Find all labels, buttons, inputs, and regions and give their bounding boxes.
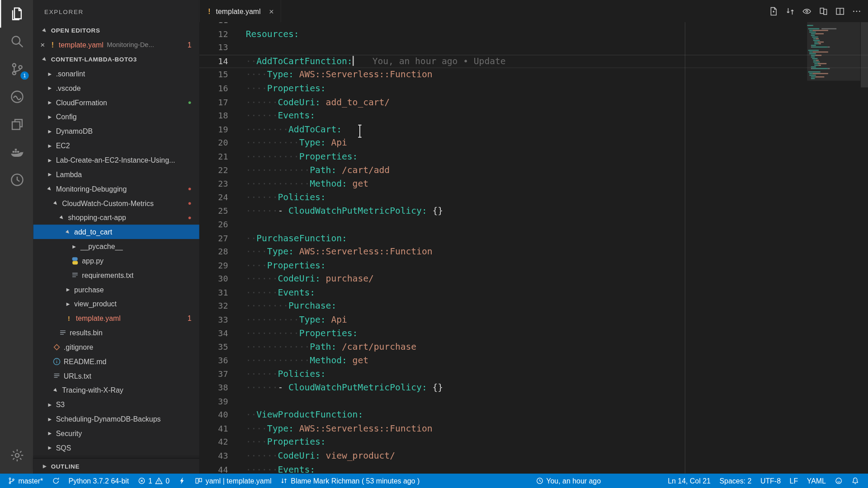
code-line-18[interactable]: 18······Events:: [199, 109, 868, 122]
code-line-32[interactable]: 32········Purchase:: [199, 300, 868, 313]
activity-search-button[interactable]: [0, 28, 33, 55]
more-actions-button[interactable]: [850, 5, 863, 17]
code-line-27[interactable]: 27··PurchaseFunction:: [199, 231, 868, 245]
activity-settings-button[interactable]: [0, 441, 33, 469]
activity-extension-button[interactable]: [0, 111, 33, 138]
status-problems[interactable]: 10: [133, 474, 174, 488]
status-sync[interactable]: [47, 474, 64, 488]
synchronize-changes-button[interactable]: [784, 5, 796, 17]
vertical-scrollbar[interactable]: [861, 22, 868, 87]
code-line-15[interactable]: 15····Type: AWS::Serverless::Function: [199, 68, 868, 82]
code-line-29[interactable]: 29····Properties:: [199, 259, 868, 272]
tree-item-sonarlint[interactable]: ▶.sonarlint: [33, 66, 199, 81]
split-editor-button[interactable]: [834, 5, 846, 17]
status-gitlens-blame[interactable]: Blame Mark Richman ( 53 minutes ago ): [276, 474, 424, 488]
code-line-33[interactable]: 33··········Type: Api: [199, 313, 868, 327]
outline-section-header[interactable]: ▶ OUTLINE: [33, 458, 199, 474]
editor[interactable]: 1112Resources:1314··AddToCartFunction:Yo…: [199, 22, 868, 474]
code-line-40[interactable]: 40··ViewProductFunction:: [199, 408, 868, 422]
code-line-21[interactable]: 21··········Properties:: [199, 150, 868, 164]
tree-item-add-to-cart[interactable]: ▶add_to_cart: [33, 225, 199, 239]
activity-history-button[interactable]: [0, 166, 33, 193]
tree-item-results-bin[interactable]: results.bin: [33, 325, 199, 340]
status-encoding[interactable]: UTF-8: [756, 474, 785, 488]
tree-item-monitoring-debugging[interactable]: ▶Monitoring-Debugging●: [33, 182, 199, 196]
code-line-31[interactable]: 31······Events:: [199, 286, 868, 300]
code-line-12[interactable]: 12Resources:: [199, 28, 868, 41]
code-line-30[interactable]: 30······CodeUri: purchase/: [199, 272, 868, 286]
open-changes-button[interactable]: [767, 5, 779, 17]
activity-docker-button[interactable]: [0, 138, 33, 166]
code-line-39[interactable]: 39: [199, 395, 868, 408]
tree-item-gitignore[interactable]: .gitignore: [33, 340, 199, 354]
status-python-version[interactable]: Python 3.7.2 64-bit: [64, 474, 133, 488]
activity-explorer-button[interactable]: [0, 0, 33, 28]
activity-sonarlint-button[interactable]: [0, 83, 33, 111]
tree-item-thirdparty[interactable]: ▶ThirdParty: [33, 455, 199, 458]
status-lightning[interactable]: [174, 474, 191, 488]
tree-item-lambda[interactable]: ▶Lambda: [33, 167, 199, 182]
tree-item-shopping-cart-app[interactable]: ▶shopping-cart-app●: [33, 210, 199, 225]
code-line-13[interactable]: 13: [199, 41, 868, 55]
tree-item-view-product[interactable]: ▶view_product: [33, 296, 199, 311]
code-line-23[interactable]: 23············Method: get: [199, 177, 868, 191]
tree-item-cloudwatch-custom-metrics[interactable]: ▶CloudWatch-Custom-Metrics●: [33, 196, 199, 210]
status-gitlens-current-line[interactable]: You, an hour ago: [531, 474, 605, 488]
code-line-36[interactable]: 36············Method: get: [199, 354, 868, 367]
tree-item-sqs[interactable]: ▶SQS: [33, 441, 199, 455]
tree-item-template-yaml[interactable]: !template.yaml1: [33, 311, 199, 325]
code-line-44[interactable]: 44······Events:: [199, 463, 868, 474]
code-line-11[interactable]: 11: [199, 22, 868, 28]
tree-item-readme-md[interactable]: README.md: [33, 354, 199, 369]
tree-item-scheduling-dynamodb-backups[interactable]: ▶Scheduling-DynamoDB-Backups: [33, 412, 199, 426]
status-indentation[interactable]: Spaces: 2: [715, 474, 756, 488]
tree-item-app-py[interactable]: app.py: [33, 253, 199, 268]
tree-item-vscode[interactable]: ▶.vscode: [33, 81, 199, 95]
tree-item-security[interactable]: ▶Security: [33, 426, 199, 441]
code-line-17[interactable]: 17······CodeUri: add_to_cart/: [199, 95, 868, 109]
status-cursor-position[interactable]: Ln 14, Col 21: [663, 474, 715, 488]
status-eol[interactable]: LF: [785, 474, 802, 488]
tree-item-purchase[interactable]: ▶purchase: [33, 282, 199, 296]
code-line-37[interactable]: 37······Policies:: [199, 368, 868, 381]
tree-item-urls-txt[interactable]: URLs.txt: [33, 369, 199, 383]
tab-close-icon[interactable]: ×: [269, 6, 274, 16]
minimap-slider[interactable]: [807, 22, 860, 81]
tab-template-yaml[interactable]: ! template.yaml ×: [199, 0, 281, 22]
code-line-35[interactable]: 35············Path: /cart/purchase: [199, 340, 868, 354]
tree-item-config[interactable]: ▶Config: [33, 109, 199, 124]
tree-item-pycache[interactable]: ▶__pycache__: [33, 239, 199, 253]
code-line-14[interactable]: 14··AddToCartFunction:You, an hour ago •…: [199, 55, 868, 68]
open-editors-header[interactable]: ▶ OPEN EDITORS: [33, 23, 199, 38]
code-line-41[interactable]: 41····Type: AWS::Serverless::Function: [199, 422, 868, 436]
code-line-22[interactable]: 22············Path: /cart/add: [199, 164, 868, 177]
tree-item-tracing-with-x-ray[interactable]: ▶Tracing-with-X-Ray: [33, 383, 199, 397]
code-line-38[interactable]: 38······- CloudWatchPutMetricPolicy: {}: [199, 381, 868, 395]
tree-item-requirements-txt[interactable]: requirements.txt: [33, 268, 199, 282]
status-yaml-schema[interactable]: yaml | template.yaml: [191, 474, 276, 488]
tree-item-s3[interactable]: ▶S3: [33, 397, 199, 412]
code-line-34[interactable]: 34··········Properties:: [199, 327, 868, 340]
code-line-43[interactable]: 43······CodeUri: view_product/: [199, 449, 868, 463]
tree-item-lab-create-an-ec2-instance-using[interactable]: ▶Lab-Create-an-EC2-Instance-Using...: [33, 153, 199, 167]
minimap[interactable]: [807, 23, 860, 474]
code-line-28[interactable]: 28····Type: AWS::Serverless::Function: [199, 245, 868, 259]
project-root-header[interactable]: ▶ CONTENT-LAMBDA-BOTO3: [33, 52, 199, 66]
tree-item-cloudformation[interactable]: ▶CloudFormation●: [33, 95, 199, 110]
code-line-25[interactable]: 25······- CloudWatchPutMetricPolicy: {}: [199, 204, 868, 218]
code-line-16[interactable]: 16····Properties:: [199, 82, 868, 95]
status-feedback[interactable]: [830, 474, 847, 488]
code-line-42[interactable]: 42····Properties:: [199, 436, 868, 449]
status-notifications[interactable]: [847, 474, 863, 488]
status-language-mode[interactable]: YAML: [802, 474, 830, 488]
code-line-20[interactable]: 20··········Type: Api: [199, 136, 868, 150]
activity-source-control-button[interactable]: 1: [0, 55, 33, 83]
code-line-19[interactable]: 19········AddToCart:: [199, 123, 868, 136]
toggle-preview-button[interactable]: [801, 5, 813, 17]
status-git-branch[interactable]: master*: [3, 474, 47, 488]
close-icon[interactable]: ×: [39, 40, 47, 49]
compare-file-button[interactable]: [817, 5, 829, 17]
tree-item-dynamodb[interactable]: ▶DynamoDB: [33, 124, 199, 138]
code-line-26[interactable]: 26: [199, 218, 868, 231]
tree-item-ec2[interactable]: ▶EC2: [33, 138, 199, 153]
